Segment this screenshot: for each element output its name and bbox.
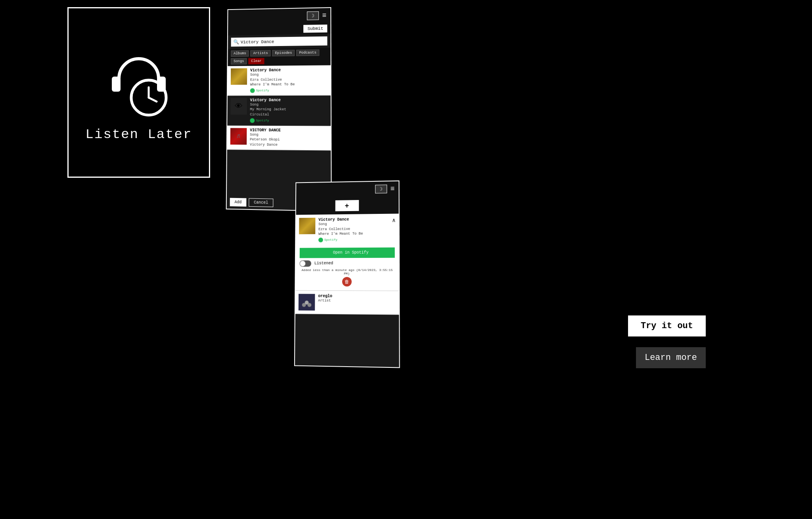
logo-panel: Listen Later: [67, 7, 210, 178]
result-title-2: Victory Dance: [250, 98, 327, 102]
open-spotify-button[interactable]: Open in Spotify: [300, 247, 395, 258]
filter-podcasts[interactable]: Podcasts: [297, 50, 319, 56]
submit-row: Submit: [228, 23, 331, 36]
hamburger-icon[interactable]: ≡: [322, 12, 326, 19]
result-meta-2: Song My Morning Jacket Circuital: [250, 102, 327, 117]
cancel-button[interactable]: Cancel: [249, 198, 273, 207]
search-result-2[interactable]: 👁 Victory Dance Song My Morning Jacket C…: [227, 96, 331, 126]
spotify-label-list-1: Spotify: [324, 238, 337, 242]
list-phone-screen: ☽ ≡ + Victory Dance Song Ezra Collective…: [294, 181, 400, 368]
list-item-1-expanded: Open in Spotify Listened Added less than…: [295, 245, 399, 290]
spotify-icon-2: [250, 118, 255, 123]
svg-line-4: [149, 98, 157, 102]
filter-albums[interactable]: Albums: [231, 50, 249, 57]
spotify-row-1: Spotify: [250, 88, 327, 93]
fab-row: +: [296, 196, 399, 215]
svg-rect-0: [112, 77, 121, 92]
spotify-row-list-1: Spotify: [318, 237, 389, 242]
listened-row: Listened: [300, 260, 395, 267]
phone1-topbar: ☽ ≡: [228, 8, 330, 25]
filter-episodes[interactable]: Episodes: [272, 50, 295, 56]
result-info-3: VICTORY DANCE Song Peterson Okopi Victor…: [250, 128, 327, 148]
list-item-2-header: oreglo Artist: [295, 290, 399, 314]
result-thumb-2: 👁: [230, 98, 247, 115]
result-info-2: Victory Dance Song My Morning Jacket Cir…: [250, 98, 327, 123]
list-info-1: Victory Dance Song Ezra Collective Where…: [318, 217, 389, 242]
search-phone-screen: ☽ ≡ Submit 🔍 Albums Artists Episodes Pod…: [226, 7, 332, 211]
list-item-1[interactable]: Victory Dance Song Ezra Collective Where…: [295, 213, 399, 291]
delete-button[interactable]: 🗑: [342, 277, 351, 286]
result-title-3: VICTORY DANCE: [250, 128, 327, 133]
submit-button[interactable]: Submit: [304, 25, 327, 33]
delete-wrap: 🗑: [299, 277, 395, 286]
result-info-1: Victory Dance Song Ezra Collective Where…: [250, 67, 327, 93]
result-thumb-3: 🎵: [230, 128, 247, 144]
phone2-hamburger-icon[interactable]: ≡: [390, 185, 395, 193]
spotify-icon-1: [250, 88, 255, 93]
spotify-icon-list-1: [318, 238, 323, 242]
added-timestamp: Added less than a minute ago (8/14/2023,…: [299, 268, 395, 275]
phone2-moon-icon[interactable]: ☽: [375, 185, 387, 193]
list-thumb-1: [299, 218, 315, 235]
listened-label: Listened: [314, 261, 333, 265]
list-meta-1: Song Ezra Collective Where I'm Meant To …: [318, 221, 389, 237]
moon-icon[interactable]: ☽: [307, 12, 319, 20]
list-item-1-header: Victory Dance Song Ezra Collective Where…: [296, 213, 399, 245]
add-fab-button[interactable]: +: [335, 200, 359, 211]
filter-row: Albums Artists Episodes Podcasts Songs C…: [228, 48, 330, 66]
listened-toggle[interactable]: [300, 260, 312, 267]
filter-clear[interactable]: Clear: [248, 58, 264, 64]
try-it-out-button[interactable]: Try it out: [628, 315, 706, 336]
list-info-2: oreglo Artist: [318, 294, 396, 304]
learn-more-button[interactable]: Learn more: [636, 347, 706, 368]
collapse-icon-1[interactable]: ∧: [392, 217, 396, 224]
phone2-topbar: ☽ ≡: [296, 181, 398, 198]
svg-point-8: [307, 303, 311, 307]
filter-songs[interactable]: Songs: [231, 58, 247, 65]
logo-icon: [95, 43, 182, 122]
result-meta-1: Song Ezra Collective Where I'm Meant To …: [250, 72, 327, 88]
list-item-2[interactable]: oreglo Artist: [295, 290, 399, 315]
open-spotify-icon: [325, 250, 331, 256]
add-button[interactable]: Add: [230, 198, 247, 207]
spotify-label-1: Spotify: [256, 88, 269, 92]
app-title: Listen Later: [86, 127, 192, 142]
spotify-label-2: Spotify: [256, 119, 269, 122]
result-thumb-1: [231, 68, 247, 85]
list-title-2: oreglo: [318, 294, 396, 299]
search-icon: 🔍: [233, 39, 239, 45]
list-meta-2: Artist: [318, 298, 396, 304]
search-bar: 🔍: [231, 37, 327, 47]
search-result-1[interactable]: Victory Dance Song Ezra Collective Where…: [228, 65, 331, 96]
search-result-3[interactable]: 🎵 VICTORY DANCE Song Peterson Okopi Vict…: [227, 125, 331, 151]
spotify-row-2: Spotify: [250, 118, 327, 123]
search-input[interactable]: [241, 38, 325, 44]
filter-artists[interactable]: Artists: [251, 50, 271, 56]
list-thumb-2: [299, 294, 315, 310]
result-meta-3: Song Peterson Okopi Victory Dance: [250, 132, 327, 148]
